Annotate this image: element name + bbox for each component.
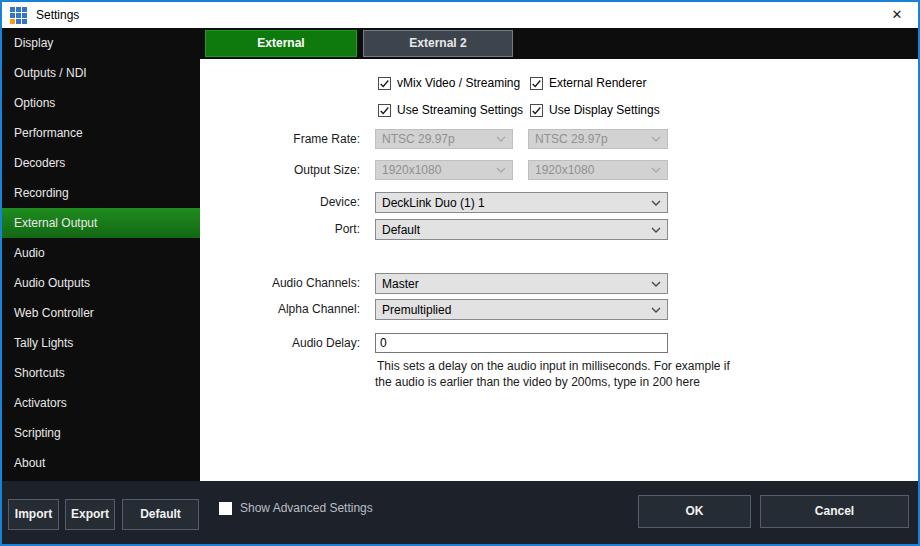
chevron-down-icon [496, 136, 506, 142]
audio-delay-help-line1: This sets a delay on the audio input in … [377, 358, 730, 374]
cancel-button[interactable]: Cancel [760, 495, 909, 528]
sidebar-item-outputs-ndi[interactable]: Outputs / NDI [2, 58, 200, 88]
chevron-down-icon [651, 136, 661, 142]
chevron-down-icon [496, 167, 506, 173]
sidebar-item-recording[interactable]: Recording [2, 178, 200, 208]
checkbox-label: Use Streaming Settings [397, 103, 523, 117]
checkbox-label: External Renderer [549, 76, 646, 90]
checkbox-icon[interactable] [378, 104, 391, 117]
audio-channels-select[interactable]: Master [375, 273, 668, 294]
settings-window: Settings ✕ DisplayOutputs / NDIOptionsPe… [0, 0, 920, 546]
audio-channels-value: Master [382, 277, 419, 291]
tab-strip: ExternalExternal 2 [200, 28, 918, 59]
checkbox-use-streaming-settings[interactable]: Use Streaming Settings [378, 103, 523, 117]
sidebar-item-scripting[interactable]: Scripting [2, 418, 200, 448]
tab-external-2[interactable]: External 2 [363, 30, 513, 57]
titlebar: Settings ✕ [2, 2, 918, 28]
port-select[interactable]: Default [375, 219, 668, 240]
checkbox-label: vMix Video / Streaming [397, 76, 520, 90]
chevron-down-icon [651, 167, 661, 173]
sidebar-item-decoders[interactable]: Decoders [2, 148, 200, 178]
output-size-select-2: 1920x1080 [528, 160, 668, 180]
sidebar-item-tally-lights[interactable]: Tally Lights [2, 328, 200, 358]
device-label: Device: [200, 192, 360, 212]
window-title: Settings [36, 8, 79, 22]
show-advanced-checkbox[interactable] [219, 502, 232, 515]
sidebar-item-audio-outputs[interactable]: Audio Outputs [2, 268, 200, 298]
frame-rate-value-2: NTSC 29.97p [535, 132, 608, 146]
sidebar-item-web-controller[interactable]: Web Controller [2, 298, 200, 328]
checkbox-icon[interactable] [378, 77, 391, 90]
checkbox-external-renderer[interactable]: External Renderer [530, 76, 646, 90]
sidebar-item-about[interactable]: About [2, 448, 200, 478]
bottom-bar: Import Export Default Show Advanced Sett… [2, 481, 918, 544]
export-button[interactable]: Export [65, 499, 115, 530]
checkbox-use-display-settings[interactable]: Use Display Settings [530, 103, 660, 117]
alpha-channel-value: Premultiplied [382, 303, 451, 317]
sidebar-item-activators[interactable]: Activators [2, 388, 200, 418]
chevron-down-icon [651, 200, 661, 206]
sidebar-item-display[interactable]: Display [2, 28, 200, 58]
default-button[interactable]: Default [122, 499, 199, 530]
sidebar-item-external-output[interactable]: External Output [2, 208, 200, 238]
alpha-channel-label: Alpha Channel: [200, 299, 360, 319]
output-size-value-2: 1920x1080 [535, 163, 594, 177]
sidebar-item-audio[interactable]: Audio [2, 238, 200, 268]
frame-rate-select-2: NTSC 29.97p [528, 129, 668, 149]
device-select[interactable]: DeckLink Duo (1) 1 [375, 192, 668, 213]
audio-delay-help-line2: the audio is earlier than the video by 2… [375, 374, 700, 390]
settings-form: vMix Video / Streaming External Renderer… [200, 59, 918, 481]
ok-button[interactable]: OK [638, 495, 751, 528]
checkbox-vmix-video-streaming[interactable]: vMix Video / Streaming [378, 76, 520, 90]
output-size-label: Output Size: [200, 160, 360, 180]
device-value: DeckLink Duo (1) 1 [382, 196, 485, 210]
audio-delay-input[interactable] [375, 333, 668, 353]
frame-rate-value-1: NTSC 29.97p [382, 132, 455, 146]
sidebar-item-performance[interactable]: Performance [2, 118, 200, 148]
audio-delay-label: Audio Delay: [200, 333, 360, 353]
port-value: Default [382, 223, 420, 237]
import-button[interactable]: Import [8, 499, 59, 530]
output-size-select-1: 1920x1080 [375, 160, 513, 180]
checkbox-icon[interactable] [530, 77, 543, 90]
close-icon[interactable]: ✕ [886, 6, 908, 24]
audio-channels-label: Audio Channels: [200, 273, 360, 293]
tab-external[interactable]: External [205, 30, 357, 57]
sidebar-item-options[interactable]: Options [2, 88, 200, 118]
sidebar-item-shortcuts[interactable]: Shortcuts [2, 358, 200, 388]
checkbox-icon[interactable] [530, 104, 543, 117]
vmix-logo-icon [10, 7, 27, 24]
show-advanced-label: Show Advanced Settings [240, 501, 373, 515]
frame-rate-label: Frame Rate: [200, 129, 360, 149]
alpha-channel-select[interactable]: Premultiplied [375, 299, 668, 320]
output-size-value-1: 1920x1080 [382, 163, 441, 177]
port-label: Port: [200, 219, 360, 239]
sidebar: DisplayOutputs / NDIOptionsPerformanceDe… [2, 28, 200, 481]
chevron-down-icon [651, 281, 661, 287]
frame-rate-select-1: NTSC 29.97p [375, 129, 513, 149]
checkbox-label: Use Display Settings [549, 103, 660, 117]
chevron-down-icon [651, 307, 661, 313]
chevron-down-icon [651, 227, 661, 233]
